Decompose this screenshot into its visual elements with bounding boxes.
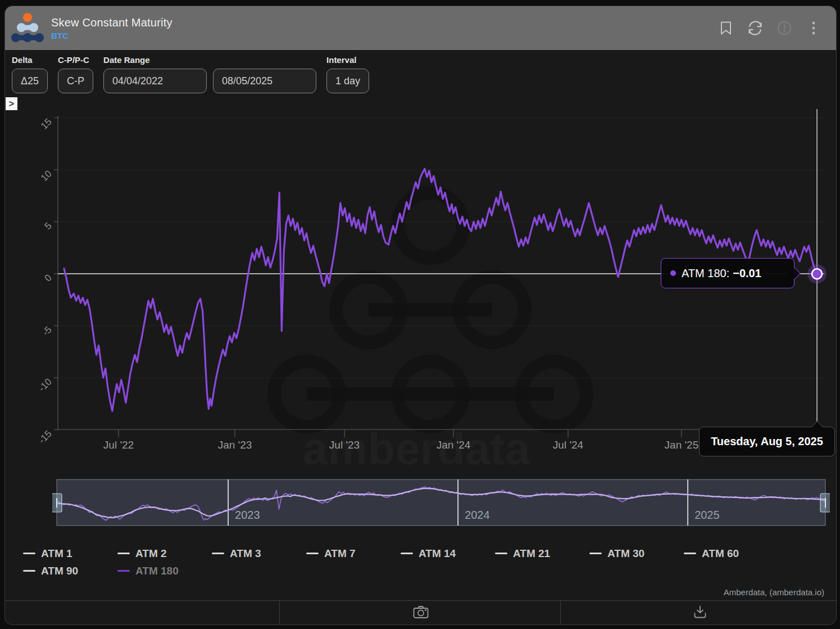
- date-to-input[interactable]: 08/05/2025: [213, 69, 316, 93]
- delta-select[interactable]: Δ25: [12, 69, 48, 93]
- bookmark-icon[interactable]: [718, 20, 734, 36]
- series-atm-180: [64, 169, 817, 411]
- y-axis-label: -15: [37, 428, 54, 446]
- delta-label: Delta: [12, 55, 48, 65]
- y-axis-label: 5: [43, 220, 54, 232]
- credit-text: Amberdata, (amberdata.io): [724, 587, 824, 597]
- legend: ATM 1ATM 2ATM 3ATM 7ATM 14ATM 21ATM 30AT…: [23, 545, 810, 580]
- date-tooltip: Tuesday, Aug 5, 2025: [699, 427, 835, 456]
- legend-label: ATM 90: [41, 565, 78, 577]
- cp-pc-label: C-P/P-C: [58, 55, 93, 65]
- screenshot-camera-button[interactable]: [412, 605, 429, 622]
- footer-toolbar: [5, 600, 836, 625]
- legend-dash-icon: [212, 553, 224, 554]
- legend-item-atm-14[interactable]: ATM 14: [401, 545, 495, 562]
- page: Skew Constant Maturity BTC: [0, 0, 840, 629]
- legend-label: ATM 30: [607, 547, 644, 560]
- legend-item-atm-2[interactable]: ATM 2: [117, 545, 212, 562]
- legend-item-atm-180[interactable]: ATM 180: [117, 562, 212, 580]
- date-range-label: Date Range: [103, 55, 316, 65]
- date-tooltip-text: Tuesday, Aug 5, 2025: [711, 435, 823, 448]
- x-axis-label: Jan '25: [665, 439, 699, 451]
- legend-dash-icon: [117, 553, 130, 554]
- legend-dash-icon: [589, 553, 602, 554]
- cp-pc-select[interactable]: C-P: [58, 69, 93, 93]
- refresh-icon[interactable]: [747, 20, 763, 36]
- interval-label: Interval: [326, 55, 369, 65]
- legend-label: ATM 2: [135, 547, 167, 560]
- widget-header: Skew Constant Maturity BTC: [5, 6, 836, 50]
- legend-item-atm-1[interactable]: ATM 1: [23, 545, 117, 562]
- legend-label: ATM 180: [135, 565, 179, 577]
- toolbar-divider: [560, 601, 561, 625]
- alert-circle-icon[interactable]: [777, 20, 792, 36]
- legend-item-atm-3[interactable]: ATM 3: [212, 545, 306, 562]
- legend-dash-icon: [684, 553, 696, 554]
- navigator-year-label: 2023: [235, 509, 260, 521]
- download-button[interactable]: [693, 605, 707, 622]
- x-axis-label: Jan '23: [218, 439, 252, 451]
- legend-label: ATM 14: [419, 547, 456, 560]
- legend-label: ATM 7: [324, 547, 356, 560]
- legend-dash-icon: [495, 553, 507, 554]
- x-axis-label: Jul '23: [329, 439, 360, 451]
- last-point-marker[interactable]: [812, 269, 822, 279]
- legend-label: ATM 21: [513, 547, 550, 560]
- range-navigator[interactable]: 202320242025: [52, 477, 830, 528]
- series-tooltip: ATM 180: −0.01: [661, 258, 794, 288]
- legend-label: ATM 1: [41, 547, 72, 560]
- x-axis-label: Jul '22: [103, 439, 134, 451]
- x-axis-label: Jan '24: [437, 439, 471, 451]
- legend-item-atm-60[interactable]: ATM 60: [684, 545, 778, 562]
- legend-dash-icon: [117, 570, 130, 572]
- legend-label: ATM 3: [230, 547, 261, 560]
- amberdata-logo: [11, 11, 44, 46]
- tooltip-value: −0.01: [733, 267, 761, 280]
- legend-item-atm-7[interactable]: ATM 7: [306, 545, 401, 562]
- series-bullet-icon: [670, 270, 676, 276]
- symbol-label: BTC: [51, 31, 172, 40]
- navigator-year-label: 2024: [465, 509, 490, 521]
- y-axis-label: 0: [43, 272, 54, 283]
- y-axis-label: -5: [40, 324, 54, 338]
- legend-dash-icon: [23, 570, 35, 572]
- chart-widget: Skew Constant Maturity BTC: [4, 6, 837, 625]
- widget-title: Skew Constant Maturity: [51, 16, 172, 29]
- legend-item-atm-21[interactable]: ATM 21: [495, 545, 589, 562]
- tooltip-series-label: ATM 180:: [682, 267, 729, 280]
- legend-dash-icon: [306, 553, 319, 554]
- legend-label: ATM 60: [702, 547, 739, 560]
- interval-select[interactable]: 1 day: [326, 69, 369, 93]
- kebab-menu-icon[interactable]: [806, 20, 821, 36]
- date-from-input[interactable]: 04/04/2022: [103, 69, 207, 93]
- legend-item-atm-90[interactable]: ATM 90: [23, 562, 117, 580]
- legend-item-atm-30[interactable]: ATM 30: [589, 545, 684, 562]
- x-axis-label: Jul '24: [553, 439, 584, 451]
- toolbar-divider: [279, 601, 280, 625]
- y-axis-label: 10: [39, 168, 54, 183]
- navigator-year-label: 2025: [694, 509, 720, 521]
- legend-dash-icon: [401, 553, 413, 554]
- y-axis-label: -10: [37, 376, 54, 393]
- y-axis-label: 15: [39, 116, 54, 132]
- legend-dash-icon: [23, 553, 35, 554]
- controls-bar: Delta Δ25 C-P/P-C C-P Date Range 04/04/2…: [12, 55, 369, 93]
